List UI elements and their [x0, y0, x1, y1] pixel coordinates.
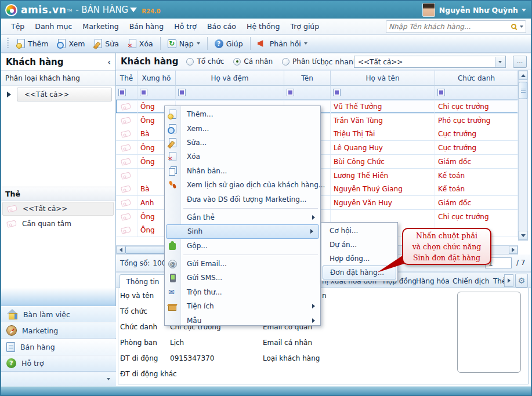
tree-expand-icon[interactable] — [7, 92, 11, 97]
tab-thong-tin[interactable]: Thông tin — [120, 274, 166, 289]
row-job-title-cell: Phó cục trưởng — [435, 114, 518, 127]
menubar-items: TệpDanh mụcMarketingBán hàngHỗ trợBáo cá… — [6, 20, 324, 33]
menu-item[interactable]: Hệ thống — [241, 20, 285, 33]
column-header[interactable]: Xưng hô — [137, 70, 176, 86]
help-button[interactable]: ? Giúp — [210, 37, 248, 50]
filter-cell[interactable] — [331, 86, 435, 99]
radio-option[interactable]: Cá nhân — [233, 57, 273, 66]
filter-cell[interactable] — [284, 86, 331, 99]
menu-separator — [165, 206, 320, 210]
quick-filter-caret-icon[interactable] — [495, 57, 505, 67]
tag-label: <<Tất cả>> — [23, 205, 67, 213]
context-menu-item[interactable]: @Gửi Email... — [165, 257, 320, 271]
reload-button[interactable]: ↻ Nạp — [163, 37, 205, 50]
vertical-scroll-thumb[interactable] — [519, 82, 527, 99]
filter-cell[interactable] — [176, 86, 284, 99]
filter-cell[interactable] — [116, 86, 137, 99]
gear-icon[interactable]: ⚙ — [515, 274, 528, 288]
quick-filter-dropdown[interactable]: <<Tất cả>> — [354, 56, 506, 68]
menu-item[interactable]: Tệp — [6, 20, 30, 33]
scroll-up-button[interactable] — [519, 71, 527, 80]
search-icon[interactable] — [511, 24, 516, 29]
sidebar-item-2[interactable]: Bán hàng — [1, 339, 116, 355]
edit-button-label: Sửa — [105, 39, 119, 48]
filter-icon[interactable] — [140, 89, 147, 96]
context-menu-item[interactable]: Sinh — [166, 224, 319, 238]
context-menu-item[interactable]: ✉Trộn thư... — [165, 285, 320, 299]
menu-item[interactable]: Marketing — [77, 20, 124, 33]
filter-cell[interactable] — [435, 86, 518, 99]
tree-item-all[interactable]: <<Tất cả>> — [17, 88, 112, 101]
mail-merge-envelope-icon: ✉ — [168, 288, 178, 297]
nav-footer[interactable] — [1, 372, 116, 386]
view-button[interactable]: Xem — [53, 37, 89, 50]
column-header[interactable]: Tên — [284, 70, 331, 86]
row-job-title-cell: Giám đốc — [435, 155, 518, 168]
user-menu[interactable]: Nguyễn Như Quỳnh — [422, 3, 526, 17]
scroll-down-button[interactable] — [519, 231, 527, 240]
context-menu-item[interactable]: Gửi SMS... — [165, 271, 320, 285]
radio-option[interactable]: Tổ chức — [186, 57, 224, 66]
delete-document-icon — [168, 152, 178, 161]
context-menu-item[interactable]: Xem... — [165, 121, 320, 135]
filter-icon[interactable] — [437, 89, 445, 96]
edit-button[interactable]: Sửa — [89, 37, 124, 50]
menu-item[interactable]: Trợ giúp — [285, 20, 324, 33]
context-menu-item-label: Mẫu — [187, 317, 201, 325]
row-full-name-cell: Nguyễn Thuý Giang — [331, 182, 435, 195]
row-full-name-cell: Lê Quang Huy — [331, 141, 435, 154]
sidebar-collapse-icon[interactable]: ‹ — [107, 57, 111, 67]
menu-item[interactable]: Bán hàng — [124, 20, 169, 33]
product-dropdown-icon[interactable] — [130, 8, 137, 12]
menu-item[interactable]: Hỗ trợ — [169, 20, 202, 33]
feedback-button[interactable]: Phản hồi — [253, 37, 312, 50]
row-job-title-cell: Cục trưởng — [435, 127, 518, 140]
vertical-scrollbar[interactable] — [518, 70, 528, 241]
column-header[interactable]: Thẻ — [116, 70, 137, 86]
add-button[interactable]: Thêm — [12, 37, 53, 50]
context-menu-item[interactable]: Nhân bản... — [165, 164, 320, 178]
filter-icon[interactable] — [118, 89, 126, 96]
menu-item[interactable]: Báo cáo — [202, 20, 241, 33]
scroll-right-button[interactable] — [509, 246, 517, 254]
filter-cell[interactable] — [137, 86, 176, 99]
column-header[interactable]: Họ và tên — [331, 70, 435, 86]
context-menu-item[interactable]: Thêm... — [165, 107, 320, 121]
submenu-item[interactable]: Dự án... — [321, 238, 397, 252]
context-menu-item[interactable]: Xem lịch sử giao dịch của khách hàng... — [165, 178, 320, 192]
context-menu-item[interactable]: Mẫu — [165, 313, 320, 327]
row-job-title-cell: Kế toán — [435, 169, 518, 182]
filter-icon[interactable] — [178, 89, 186, 96]
filter-icon[interactable] — [333, 89, 341, 96]
search-dropdown-caret-icon[interactable] — [520, 26, 523, 28]
delete-document-icon — [128, 39, 136, 48]
tab-scroll-right-button[interactable] — [504, 274, 513, 287]
scroll-left-button[interactable] — [117, 246, 125, 254]
tag-list-item[interactable]: Cần quan tâm — [2, 217, 114, 231]
tag-list-item[interactable]: <<Tất cả>> — [2, 202, 114, 216]
radio-option[interactable]: Phân tích — [282, 57, 325, 66]
context-menu-item[interactable]: Đưa vào DS đối tượng Marketing... — [165, 192, 320, 206]
filter-more-button[interactable]: ... — [513, 56, 527, 68]
tag-icon — [121, 199, 131, 207]
detail-tab[interactable]: Chiến dịch — [453, 277, 489, 285]
column-header[interactable]: Chức danh — [435, 70, 518, 86]
sidebar-item-1[interactable]: Marketing — [1, 322, 116, 339]
submenu-item[interactable]: Cơ hội... — [321, 224, 397, 238]
context-menu-item[interactable]: Gộp... — [165, 239, 320, 253]
context-menu-item[interactable]: Sửa... — [165, 136, 320, 150]
sidebar-item-0[interactable]: Bàn làm việc — [1, 306, 116, 322]
detail-tab[interactable]: Hàng hóa — [416, 277, 450, 285]
context-menu-item[interactable]: Gắn thẻ — [165, 210, 320, 224]
sidebar-item-3[interactable]: ?Hỗ trợ — [1, 355, 116, 372]
callout-line: và chọn chức năng — [412, 241, 482, 252]
context-menu-item[interactable]: Tiện ích — [165, 299, 320, 313]
menu-item[interactable]: Danh mục — [30, 20, 77, 33]
search-input[interactable] — [389, 23, 510, 31]
detail-field-label: ĐT di động khác — [120, 370, 177, 378]
row-tag-cell — [116, 100, 137, 113]
delete-button[interactable]: Xóa — [124, 37, 158, 50]
context-menu-item[interactable]: Xóa — [165, 150, 320, 164]
column-header[interactable]: Họ và đệm — [176, 70, 284, 86]
filter-icon[interactable] — [287, 89, 294, 96]
